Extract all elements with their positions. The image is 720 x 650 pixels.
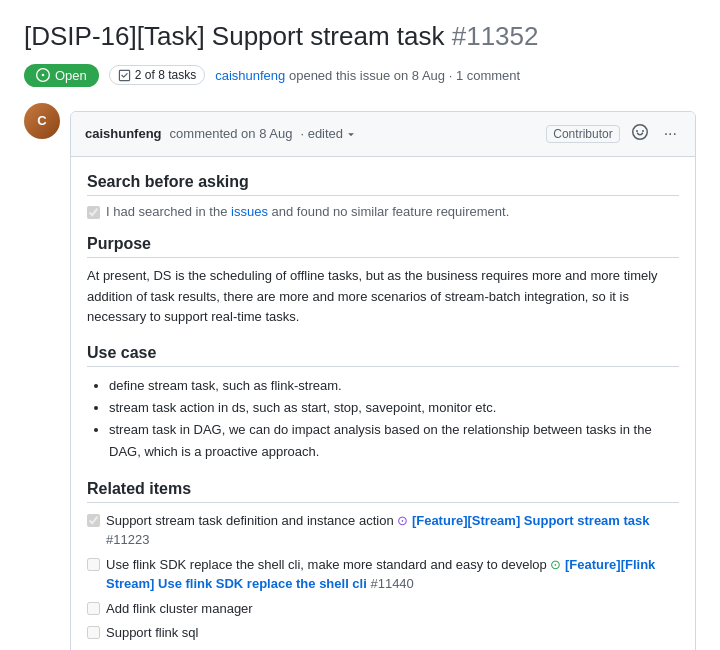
purpose-text: At present, DS is the scheduling of offl… bbox=[87, 266, 679, 328]
purple-check-icon: ⊙ bbox=[397, 513, 408, 528]
related-item-3-text: Add flink cluster manager bbox=[106, 599, 253, 619]
open-icon bbox=[36, 68, 50, 82]
author-link[interactable]: caishunfeng bbox=[215, 68, 285, 83]
chevron-down-icon bbox=[345, 128, 357, 140]
smiley-button[interactable] bbox=[628, 122, 652, 146]
edited-link[interactable]: · edited bbox=[300, 126, 357, 141]
list-item: Support flink sql bbox=[87, 623, 679, 643]
comment-box: caishunfeng commented on 8 Aug · edited … bbox=[70, 111, 696, 650]
usecase-heading: Use case bbox=[87, 344, 679, 367]
green-check-icon: ⊙ bbox=[550, 557, 561, 572]
comment-wrapper: C caishunfeng commented on 8 Aug · edite… bbox=[24, 103, 696, 650]
purpose-heading: Purpose bbox=[87, 235, 679, 258]
open-status-label: Open bbox=[55, 68, 87, 83]
issue-opened-text: opened this issue on 8 Aug · 1 comment bbox=[289, 68, 520, 83]
related-checkbox-4[interactable] bbox=[87, 626, 100, 639]
tasks-badge[interactable]: 2 of 8 tasks bbox=[109, 65, 205, 85]
related-checkbox-2[interactable] bbox=[87, 558, 100, 571]
related-item-2-content: Use flink SDK replace the shell cli, mak… bbox=[106, 555, 679, 594]
related-checkbox-1[interactable] bbox=[87, 514, 100, 527]
list-item: Add flink cluster manager bbox=[87, 599, 679, 619]
list-item: Support stream task definition and insta… bbox=[87, 511, 679, 550]
issue-meta-row: Open 2 of 8 tasks caishunfeng opened thi… bbox=[24, 64, 696, 87]
search-checkbox[interactable] bbox=[87, 206, 100, 219]
list-item: Use flink SDK replace the shell cli, mak… bbox=[87, 555, 679, 594]
tasks-count-label: 2 of 8 tasks bbox=[135, 68, 196, 82]
search-checkbox-row: I had searched in the issues and found n… bbox=[87, 204, 679, 219]
search-label: I had searched in the issues and found n… bbox=[106, 204, 509, 219]
related-items-list: Support stream task definition and insta… bbox=[87, 511, 679, 650]
more-options-button[interactable]: ··· bbox=[660, 123, 681, 145]
comment-date: commented on 8 Aug bbox=[170, 126, 293, 141]
search-heading: Search before asking bbox=[87, 173, 679, 196]
avatar: C bbox=[24, 103, 60, 139]
search-text-before: I had searched in the bbox=[106, 204, 227, 219]
issues-link[interactable]: issues bbox=[231, 204, 268, 219]
related-checkbox-3[interactable] bbox=[87, 602, 100, 615]
comment-body: Search before asking I had searched in t… bbox=[71, 157, 695, 650]
related-heading: Related items bbox=[87, 480, 679, 503]
search-text-after: and found no similar feature requirement… bbox=[272, 204, 510, 219]
comment-header-left: caishunfeng commented on 8 Aug · edited bbox=[85, 126, 357, 141]
comment-header-right: Contributor ··· bbox=[546, 122, 681, 146]
tasks-icon bbox=[118, 69, 131, 82]
issue-title: [DSIP-16][Task] Support stream task #113… bbox=[24, 20, 696, 54]
issue-number: #11352 bbox=[452, 21, 539, 51]
usecase-list: define stream task, such as flink-stream… bbox=[87, 375, 679, 463]
related-item-1-content: Support stream task definition and insta… bbox=[106, 511, 679, 550]
list-item: define stream task, such as flink-stream… bbox=[109, 375, 679, 397]
comment-right: caishunfeng commented on 8 Aug · edited … bbox=[70, 103, 696, 650]
list-item: stream task in DAG, we can do impact ana… bbox=[109, 419, 679, 463]
contributor-badge: Contributor bbox=[546, 125, 619, 143]
comment-header: caishunfeng commented on 8 Aug · edited … bbox=[71, 112, 695, 157]
issue-title-text: [DSIP-16][Task] Support stream task bbox=[24, 21, 445, 51]
issue-author: caishunfeng opened this issue on 8 Aug ·… bbox=[215, 68, 520, 83]
comment-author: caishunfeng bbox=[85, 126, 162, 141]
edited-label: · edited bbox=[300, 126, 343, 141]
related-item-4-text: Support flink sql bbox=[106, 623, 199, 643]
list-item: stream task action in ds, such as start,… bbox=[109, 397, 679, 419]
open-badge: Open bbox=[24, 64, 99, 87]
related-link-1[interactable]: [Feature][Stream] Support stream task bbox=[412, 513, 650, 528]
